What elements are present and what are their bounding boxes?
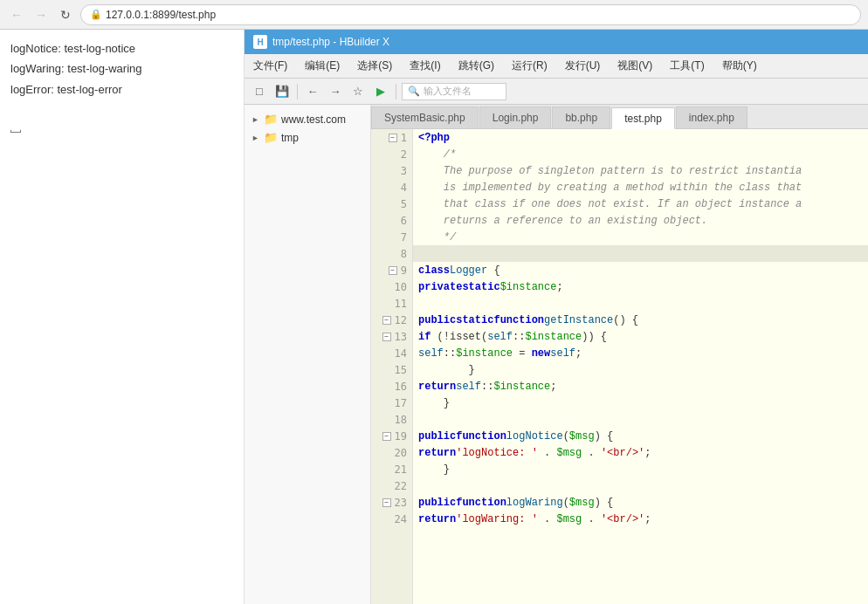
line-num-13: −13	[376, 328, 407, 345]
code-line-3: The purpose of singleton pattern is to r…	[413, 162, 868, 179]
line-num-17: 17	[376, 395, 407, 411]
fold-btn-12[interactable]: −	[382, 316, 391, 325]
menu-view[interactable]: 视图(V)	[609, 55, 661, 77]
menu-find[interactable]: 查找(I)	[401, 55, 449, 77]
file-tree: ► 📁 www.test.com ► 📁 tmp	[245, 105, 371, 604]
tree-arrow-tmp: ►	[251, 134, 260, 142]
lock-icon: 🔒	[90, 9, 102, 20]
file-search-box[interactable]: 🔍 输入文件名	[402, 83, 506, 100]
ide-title-bar: H tmp/test.php - HBuilder X	[245, 30, 868, 54]
menu-select[interactable]: 选择(S)	[348, 55, 401, 77]
toolbar-separator-2	[396, 84, 396, 100]
fold-btn-13[interactable]: −	[382, 333, 391, 341]
code-lines: <?php /* The purpose of singleton patter…	[413, 129, 868, 604]
line-num-3: 3	[376, 162, 407, 179]
menu-publish[interactable]: 发行(U)	[556, 55, 610, 77]
code-line-7: */	[413, 229, 868, 245]
main-area: logNotice: test-log-notice logWaring: te…	[0, 30, 868, 604]
tab-systembasic[interactable]: SystemBasic.php	[371, 106, 479, 128]
tab-index[interactable]: index.php	[676, 106, 747, 128]
line-num-19: −19	[376, 428, 407, 444]
code-line-24: return 'logWaring: ' . $msg . '<br/>';	[413, 511, 868, 527]
line-num-20: 20	[376, 444, 407, 461]
line-num-8: 8	[376, 245, 407, 262]
log-line-1: logNotice: test-log-notice	[10, 38, 233, 58]
line-num-11: 11	[376, 295, 407, 312]
code-line-4: is implemented by creating a method with…	[413, 179, 868, 196]
save-button[interactable]: 💾	[272, 82, 292, 101]
fold-btn-1[interactable]: −	[389, 134, 397, 142]
line-num-5: 5	[376, 196, 407, 212]
editor-area: SystemBasic.php Login.php bb.php test.ph…	[371, 105, 868, 604]
line-num-2: 2	[376, 146, 407, 162]
code-line-21: }	[413, 461, 868, 477]
code-line-18	[413, 411, 868, 428]
line-num-12: −12	[376, 312, 407, 328]
line-num-14: 14	[376, 345, 407, 361]
fold-btn-9[interactable]: −	[389, 266, 397, 275]
star-button[interactable]: ☆	[348, 82, 368, 101]
code-line-8	[413, 245, 868, 262]
code-line-17: }	[413, 395, 868, 411]
tab-bb[interactable]: bb.php	[552, 106, 610, 128]
browser-bar: ← → ↻ 🔒 127.0.0.1:8899/test.php	[0, 0, 868, 30]
line-num-4: 4	[376, 179, 407, 196]
line-num-18: 18	[376, 411, 407, 428]
line-num-6: 6	[376, 212, 407, 229]
tree-item-tmp[interactable]: ► 📁 tmp	[245, 128, 370, 147]
run-button[interactable]: ▶	[371, 82, 390, 101]
code-line-16: return self::$instance;	[413, 378, 868, 395]
back-nav-button[interactable]: ←	[303, 82, 322, 101]
code-line-1: <?php	[413, 129, 868, 146]
menu-goto[interactable]: 跳转(G)	[450, 55, 503, 77]
code-line-10: private static $instance;	[413, 278, 868, 295]
editor-tabs: SystemBasic.php Login.php bb.php test.ph…	[371, 105, 868, 129]
line-num-22: 22	[376, 477, 407, 494]
back-button[interactable]: ←	[7, 5, 26, 24]
ide-title-text: tmp/test.php - HBuilder X	[272, 36, 389, 48]
line-num-21: 21	[376, 461, 407, 477]
forward-button[interactable]: →	[31, 5, 51, 24]
line-num-10: 10	[376, 278, 407, 295]
tree-item-www[interactable]: ► 📁 www.test.com	[245, 110, 370, 128]
code-editor[interactable]: −12345678−91011−12−131415161718−19202122…	[371, 129, 868, 604]
code-line-11	[413, 295, 868, 312]
tab-login[interactable]: Login.php	[479, 106, 552, 128]
menu-run[interactable]: 运行(R)	[503, 55, 556, 77]
code-line-14: self::$instance = new self;	[413, 345, 868, 361]
ide-toolbar: □ 💾 ← → ☆ ▶ 🔍 输入文件名	[245, 79, 868, 105]
code-line-13: if (!isset(self::$instance)) {	[413, 328, 868, 345]
ide-panel: H tmp/test.php - HBuilder X 文件(F) 编辑(E) …	[245, 30, 868, 604]
code-line-12: public static function getInstance() {	[413, 312, 868, 328]
code-line-22	[413, 477, 868, 494]
folder-icon-www: 📁	[264, 113, 278, 126]
code-line-2: /*	[413, 146, 868, 162]
address-bar[interactable]: 🔒 127.0.0.1:8899/test.php	[80, 4, 861, 25]
reload-button[interactable]: ↻	[56, 5, 75, 24]
line-num-9: −9	[376, 262, 407, 278]
code-line-9: class Logger {	[413, 262, 868, 278]
code-line-15: }	[413, 361, 868, 378]
line-num-16: 16	[376, 378, 407, 395]
menu-help[interactable]: 帮助(Y)	[713, 55, 766, 77]
tree-label-tmp: tmp	[281, 132, 299, 144]
new-file-button[interactable]: □	[250, 82, 269, 101]
line-num-15: 15	[376, 361, 407, 378]
fold-btn-19[interactable]: −	[382, 432, 391, 441]
url-text: 127.0.0.1:8899/test.php	[106, 9, 216, 21]
folder-icon-tmp: 📁	[264, 131, 278, 144]
cursor-area: ⎵	[10, 117, 233, 137]
ide-body: ► 📁 www.test.com ► 📁 tmp SystemBasic.php…	[245, 105, 868, 604]
menu-file[interactable]: 文件(F)	[245, 55, 296, 77]
menu-tools[interactable]: 工具(T)	[661, 55, 713, 77]
code-line-23: public function logWaring($msg) {	[413, 494, 868, 511]
code-line-5: that class if one does not exist. If an …	[413, 196, 868, 212]
hbuilder-logo: H	[253, 35, 267, 49]
fold-btn-23[interactable]: −	[382, 498, 391, 507]
code-line-19: public function logNotice($msg) {	[413, 428, 868, 444]
browser-page: logNotice: test-log-notice logWaring: te…	[0, 30, 245, 604]
forward-nav-button[interactable]: →	[326, 82, 345, 101]
menu-edit[interactable]: 编辑(E)	[296, 55, 348, 77]
search-placeholder: 输入文件名	[424, 85, 472, 98]
tab-test[interactable]: test.php	[611, 107, 675, 129]
